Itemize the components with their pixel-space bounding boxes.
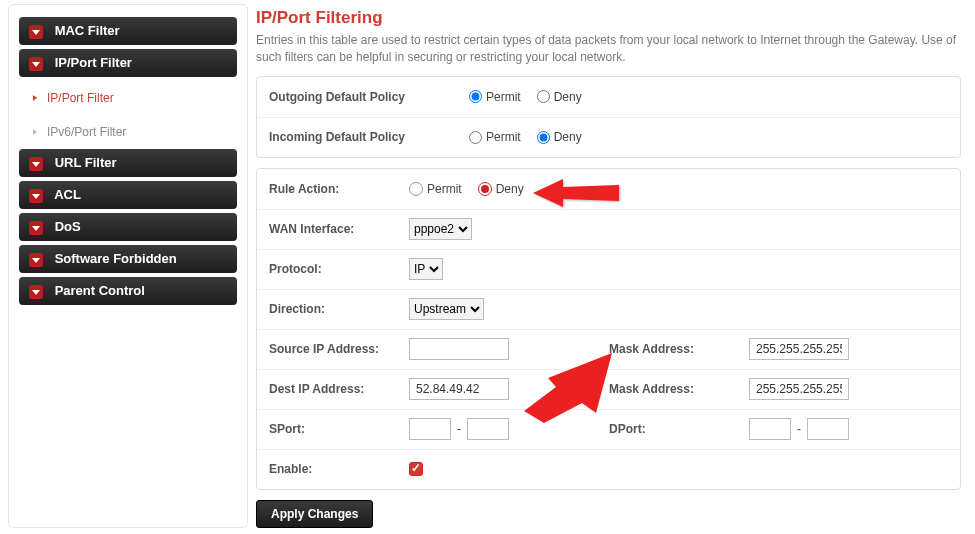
dest-mask-label: Mask Address: [597, 372, 737, 406]
incoming-permit-option[interactable]: Permit [469, 130, 521, 144]
sidebar-sub-ipv6-port-filter[interactable]: IPv6/Port Filter [19, 115, 237, 149]
rule-deny-option[interactable]: Deny [478, 182, 524, 196]
protocol-label: Protocol: [257, 252, 397, 286]
outgoing-deny-option[interactable]: Deny [537, 90, 582, 104]
radio-label: Permit [486, 90, 521, 104]
sidebar-item-ip-port-filter[interactable]: IP/Port Filter [19, 49, 237, 77]
sidebar-item-label: ACL [54, 187, 81, 202]
outgoing-policy-control: Permit Deny [457, 82, 960, 112]
outgoing-deny-radio[interactable] [537, 90, 550, 103]
dest-mask-input[interactable] [749, 378, 849, 400]
apply-changes-button[interactable]: Apply Changes [256, 500, 373, 528]
default-policy-panel: Outgoing Default Policy Permit Deny Inco… [256, 76, 961, 158]
dport-label: DPort: [597, 412, 737, 446]
rule-panel: Rule Action: Permit Deny WAN Interface: [256, 168, 961, 490]
sport-from-input[interactable] [409, 418, 451, 440]
sidebar-item-mac-filter[interactable]: MAC Filter [19, 17, 237, 45]
sidebar-item-acl[interactable]: ACL [19, 181, 237, 209]
source-mask-input[interactable] [749, 338, 849, 360]
sidebar-item-url-filter[interactable]: URL Filter [19, 149, 237, 177]
sidebar-sub-ip-port-filter[interactable]: IP/Port Filter [19, 81, 237, 115]
direction-label: Direction: [257, 292, 397, 326]
sidebar-item-label: DoS [55, 219, 81, 234]
chevron-down-icon [29, 57, 43, 71]
rule-action-control: Permit Deny [397, 174, 960, 204]
sidebar-item-label: URL Filter [55, 155, 117, 170]
page-title: IP/Port Filtering [256, 8, 961, 28]
sidebar-item-label: Software Forbidden [55, 251, 177, 266]
dport-from-input[interactable] [749, 418, 791, 440]
rule-deny-radio[interactable] [478, 182, 492, 196]
chevron-down-icon [29, 189, 43, 203]
rule-permit-option[interactable]: Permit [409, 182, 462, 196]
radio-label: Deny [554, 90, 582, 104]
dest-ip-input[interactable] [409, 378, 509, 400]
chevron-down-icon [29, 221, 43, 235]
outgoing-permit-radio[interactable] [469, 90, 482, 103]
sidebar-item-software-forbidden[interactable]: Software Forbidden [19, 245, 237, 273]
chevron-down-icon [29, 285, 43, 299]
content: IP/Port Filtering Entries in this table … [256, 0, 975, 528]
sidebar-sub-label: IP/Port Filter [47, 91, 114, 105]
incoming-permit-radio[interactable] [469, 131, 482, 144]
dest-ip-label: Dest IP Address: [257, 372, 397, 406]
radio-label: Permit [486, 130, 521, 144]
outgoing-policy-label: Outgoing Default Policy [257, 80, 457, 114]
sidebar-item-label: Parent Control [55, 283, 145, 298]
radio-label: Permit [427, 182, 462, 196]
protocol-select[interactable]: IP [409, 258, 443, 280]
chevron-down-icon [29, 253, 43, 267]
dport-to-input[interactable] [807, 418, 849, 440]
radio-label: Deny [496, 182, 524, 196]
sidebar-sub-label: IPv6/Port Filter [47, 125, 126, 139]
sidebar-item-dos[interactable]: DoS [19, 213, 237, 241]
enable-label: Enable: [257, 452, 397, 486]
source-ip-label: Source IP Address: [257, 332, 397, 366]
sport-label: SPort: [257, 412, 397, 446]
sidebar-item-label: IP/Port Filter [55, 55, 132, 70]
source-mask-label: Mask Address: [597, 332, 737, 366]
sport-to-input[interactable] [467, 418, 509, 440]
source-ip-input[interactable] [409, 338, 509, 360]
wan-interface-select[interactable]: pppoe2 [409, 218, 472, 240]
sidebar-item-parent-control[interactable]: Parent Control [19, 277, 237, 305]
sidebar-item-label: MAC Filter [55, 23, 120, 38]
rule-action-label: Rule Action: [257, 172, 397, 206]
dash-label: - [457, 422, 461, 436]
direction-select[interactable]: Upstream [409, 298, 484, 320]
radio-label: Deny [554, 130, 582, 144]
enable-checkbox[interactable] [409, 462, 423, 476]
incoming-policy-label: Incoming Default Policy [257, 120, 457, 154]
wan-interface-label: WAN Interface: [257, 212, 397, 246]
chevron-down-icon [29, 157, 43, 171]
page-description: Entries in this table are used to restri… [256, 32, 961, 66]
chevron-down-icon [29, 25, 43, 39]
incoming-deny-option[interactable]: Deny [537, 130, 582, 144]
incoming-deny-radio[interactable] [537, 131, 550, 144]
incoming-policy-control: Permit Deny [457, 122, 960, 152]
outgoing-permit-option[interactable]: Permit [469, 90, 521, 104]
dash-label: - [797, 422, 801, 436]
rule-permit-radio[interactable] [409, 182, 423, 196]
sidebar: MAC Filter IP/Port Filter IP/Port Filter… [8, 4, 248, 528]
